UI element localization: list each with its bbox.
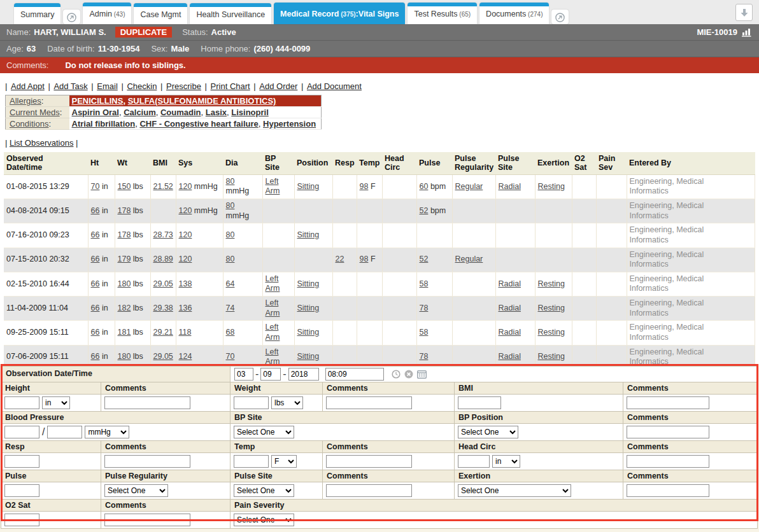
comments-input[interactable] (104, 514, 190, 526)
value-link[interactable]: 66 (91, 255, 100, 263)
calendar-icon[interactable] (417, 370, 427, 379)
action-link-add-order[interactable]: Add Order (259, 81, 297, 91)
value-link[interactable]: 120 (179, 206, 192, 215)
date-year-input[interactable] (288, 368, 319, 381)
pulse-site-select[interactable]: Select One (234, 484, 294, 497)
value-link[interactable]: 29.05 (153, 279, 173, 288)
open-in-new-icon[interactable] (63, 10, 80, 24)
temp-input[interactable] (234, 455, 269, 468)
value-link[interactable]: 120 (179, 182, 192, 191)
comments-input[interactable] (104, 455, 190, 468)
value-link[interactable]: 29.21 (153, 328, 173, 337)
value-link[interactable]: 66 (91, 230, 100, 239)
value-link[interactable]: 80 (226, 177, 235, 186)
pulse-input[interactable] (4, 484, 39, 497)
value-link[interactable]: 58 (420, 328, 429, 337)
value-link[interactable]: 66 (91, 328, 100, 337)
value-link[interactable]: 78 (420, 352, 429, 361)
pain-severity-select[interactable]: Select One (234, 514, 294, 526)
value-link[interactable]: Radial (499, 304, 521, 312)
value-link[interactable]: 70 (226, 352, 235, 361)
date-month-input[interactable] (234, 368, 253, 381)
value-link[interactable]: Sitting (297, 304, 320, 312)
value-link[interactable]: 60 (420, 182, 429, 191)
comments-input[interactable] (326, 455, 412, 468)
value-link[interactable]: Regular (455, 182, 483, 191)
value-link[interactable]: Left Arm (266, 177, 280, 196)
value-link[interactable]: 120 (179, 230, 192, 239)
value-link[interactable]: 178 (118, 206, 131, 215)
value-link[interactable]: 80 (226, 201, 235, 210)
comments-input[interactable] (627, 426, 709, 438)
summary-item-link[interactable]: Lisinopril (231, 108, 269, 117)
value-link[interactable]: 136 (179, 304, 192, 312)
value-link[interactable]: Sitting (297, 352, 320, 361)
blood-pressure-input[interactable] (47, 426, 82, 438)
weight-select[interactable]: lbs (271, 396, 303, 409)
value-link[interactable]: 68 (226, 328, 235, 337)
value-link[interactable]: Left Arm (266, 298, 280, 318)
tab-documents[interactable]: Documents (274) (479, 3, 549, 24)
blood-pressure-input[interactable] (4, 426, 39, 438)
summary-item-link[interactable]: Coumadin (160, 108, 201, 117)
value-link[interactable]: 52 (420, 255, 429, 263)
action-link-checkin[interactable]: Checkin (127, 81, 157, 91)
value-link[interactable]: 124 (179, 352, 192, 361)
value-link[interactable]: 28.89 (153, 255, 173, 263)
value-link[interactable]: 70 (91, 182, 100, 191)
value-link[interactable]: Sitting (297, 182, 320, 191)
value-link[interactable]: 29.38 (153, 304, 173, 312)
o2-sat-input[interactable] (4, 514, 39, 526)
value-link[interactable]: 179 (118, 255, 131, 263)
summary-item-link[interactable]: Aspirin Oral (72, 108, 119, 117)
value-link[interactable]: 21.52 (153, 182, 173, 191)
comments-input[interactable] (627, 455, 709, 468)
value-link[interactable]: 52 (420, 206, 429, 215)
action-link-add-task[interactable]: Add Task (53, 81, 87, 91)
bp-position-select[interactable]: Select One (458, 426, 518, 438)
clear-date-icon[interactable] (404, 370, 413, 379)
value-link[interactable]: 64 (226, 279, 235, 288)
value-link[interactable]: Resting (538, 304, 565, 312)
height-input[interactable] (4, 396, 39, 409)
height-select[interactable]: in (42, 396, 70, 409)
tab-medical-record[interactable]: Medical Record (375):Vital Signs (274, 3, 405, 24)
summary-label-link-conditions[interactable]: Conditions (10, 119, 48, 129)
value-link[interactable]: Sitting (297, 328, 320, 337)
comments-input[interactable] (627, 484, 709, 497)
value-link[interactable]: Sitting (297, 230, 320, 239)
clock-icon[interactable] (392, 370, 401, 379)
bp-site-select[interactable]: Select One (234, 426, 294, 438)
bar-chart-icon[interactable] (742, 27, 753, 37)
resp-input[interactable] (4, 455, 39, 468)
value-link[interactable]: 180 (118, 279, 131, 288)
time-input[interactable] (325, 368, 384, 381)
head-circ-input[interactable] (458, 455, 490, 468)
value-link[interactable]: Resting (538, 279, 565, 288)
value-link[interactable]: Sitting (297, 279, 320, 288)
action-link-add-document[interactable]: Add Document (307, 81, 362, 91)
bmi-input[interactable] (458, 396, 501, 409)
temp-select[interactable]: F (271, 455, 297, 468)
value-link[interactable]: Radial (499, 328, 521, 337)
value-link[interactable]: Left Arm (266, 274, 280, 293)
value-link[interactable]: 80 (226, 255, 235, 263)
value-link[interactable]: 98 (360, 182, 369, 191)
value-link[interactable]: 178 (118, 230, 131, 239)
summary-item-link[interactable]: Lasix (206, 108, 227, 117)
summary-label-link-allergies[interactable]: Allergies (10, 96, 41, 106)
weight-input[interactable] (234, 396, 269, 409)
comments-input[interactable] (104, 396, 190, 409)
value-link[interactable]: 118 (179, 328, 192, 337)
value-link[interactable]: Resting (538, 328, 565, 337)
summary-item-link[interactable]: Calcium (124, 108, 156, 117)
value-link[interactable]: 180 (118, 352, 131, 361)
value-link[interactable]: Radial (499, 182, 521, 191)
value-link[interactable]: 74 (226, 304, 235, 312)
value-link[interactable]: 66 (91, 304, 100, 312)
value-link[interactable]: 22 (336, 255, 344, 263)
summary-item-link[interactable]: PENICILLINS (72, 96, 124, 106)
tab-test-results[interactable]: Test Results (65) (408, 3, 477, 24)
tab-health-surveillance[interactable]: Health Surveillance (190, 3, 271, 24)
value-link[interactable]: 28.73 (153, 230, 173, 239)
